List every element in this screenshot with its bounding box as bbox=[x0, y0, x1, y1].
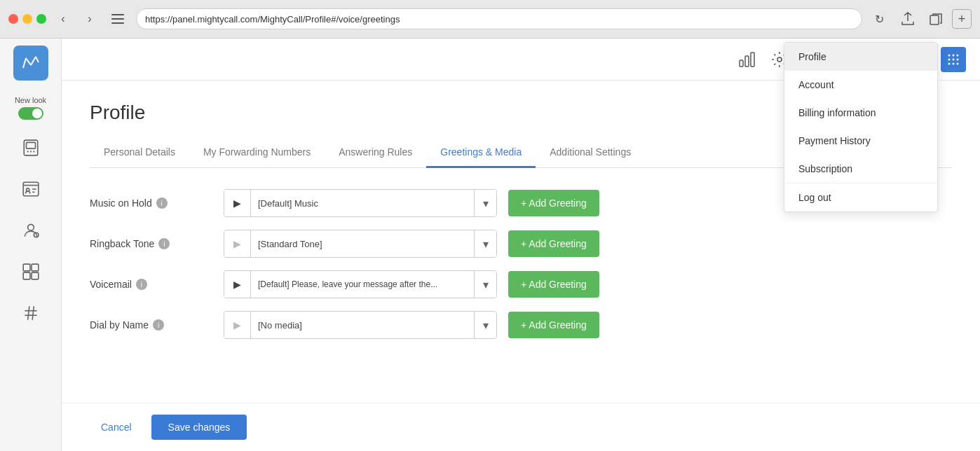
music-on-hold-label: Music on Hold i bbox=[90, 197, 212, 209]
svg-rect-0 bbox=[111, 14, 124, 15]
back-button[interactable]: ‹ bbox=[53, 9, 73, 29]
voicemail-dropdown-arrow[interactable]: ▾ bbox=[474, 271, 496, 298]
svg-line-27 bbox=[32, 306, 34, 320]
dialpad-icon[interactable] bbox=[941, 47, 966, 72]
dial-by-name-dropdown-arrow[interactable]: ▾ bbox=[474, 312, 496, 338]
reload-button[interactable]: ↻ bbox=[869, 9, 889, 29]
ringback-tone-dropdown-arrow[interactable]: ▾ bbox=[474, 230, 496, 257]
music-on-hold-value: [Default] Music bbox=[251, 190, 474, 216]
svg-rect-22 bbox=[23, 272, 30, 279]
sidebar-item-phone[interactable] bbox=[10, 128, 52, 167]
dropdown-item-account[interactable]: Account bbox=[784, 71, 937, 99]
user-dropdown-menu: Profile Account Billing information Paym… bbox=[784, 42, 938, 212]
greeting-row-voicemail: Voicemail i ▶ [Default] Please, leave yo… bbox=[90, 270, 952, 298]
voicemail-add-greeting-btn[interactable]: + Add Greeting bbox=[508, 271, 599, 298]
new-look-toggle-item: New look bbox=[9, 90, 52, 125]
share-button[interactable] bbox=[896, 9, 920, 29]
ringback-tone-player: ▶ [Standard Tone] ▾ bbox=[224, 230, 497, 258]
dial-by-name-label: Dial by Name i bbox=[90, 319, 212, 331]
music-on-hold-play-btn[interactable]: ▶ bbox=[224, 190, 251, 216]
new-tab-button[interactable]: + bbox=[952, 9, 972, 29]
dial-by-name-info[interactable]: i bbox=[153, 319, 164, 331]
voicemail-player: ▶ [Default] Please, leave your message a… bbox=[224, 270, 497, 298]
sidebar-item-support[interactable] bbox=[10, 211, 52, 249]
svg-line-5 bbox=[26, 58, 31, 65]
app-container: New look bbox=[0, 39, 980, 451]
duplicate-button[interactable] bbox=[924, 9, 948, 29]
svg-rect-9 bbox=[26, 142, 35, 148]
tab-answering[interactable]: Answering Rules bbox=[325, 138, 426, 168]
traffic-lights bbox=[8, 14, 46, 24]
dropdown-item-logout[interactable]: Log out bbox=[784, 183, 937, 211]
svg-rect-1 bbox=[111, 18, 124, 20]
ringback-tone-value: [Standard Tone] bbox=[251, 230, 474, 257]
new-look-label: New look bbox=[15, 96, 46, 104]
tab-additional[interactable]: Additional Settings bbox=[536, 138, 645, 168]
svg-rect-3 bbox=[930, 15, 939, 25]
dial-by-name-play-btn[interactable]: ▶ bbox=[224, 312, 251, 338]
greeting-row-dial-by-name: Dial by Name i ▶ [No media] ▾ + Add Gree… bbox=[90, 311, 952, 339]
svg-point-18 bbox=[27, 224, 34, 230]
music-on-hold-dropdown-arrow[interactable]: ▾ bbox=[474, 190, 496, 216]
svg-rect-2 bbox=[111, 22, 124, 24]
dropdown-item-payment[interactable]: Payment History bbox=[784, 127, 937, 155]
cancel-button[interactable]: Cancel bbox=[90, 416, 143, 438]
tab-forwarding[interactable]: My Forwarding Numbers bbox=[189, 138, 325, 168]
minimize-window-btn[interactable] bbox=[22, 14, 32, 24]
dial-by-name-value: [No media] bbox=[251, 312, 474, 338]
maximize-window-btn[interactable] bbox=[36, 14, 46, 24]
analytics-icon[interactable] bbox=[737, 49, 758, 70]
save-button[interactable]: Save changes bbox=[151, 415, 247, 440]
tab-personal[interactable]: Personal Details bbox=[90, 138, 189, 168]
sidebar-toggle-button[interactable] bbox=[107, 9, 129, 29]
svg-point-41 bbox=[948, 62, 951, 64]
svg-point-35 bbox=[948, 54, 951, 56]
music-on-hold-info[interactable]: i bbox=[156, 197, 168, 209]
svg-rect-13 bbox=[23, 182, 39, 196]
ringback-tone-add-greeting-btn[interactable]: + Add Greeting bbox=[508, 230, 599, 257]
footer-actions: Cancel Save changes bbox=[62, 403, 980, 451]
svg-line-26 bbox=[27, 306, 29, 320]
svg-line-4 bbox=[23, 58, 26, 68]
sidebar-item-hashtag[interactable] bbox=[10, 293, 52, 332]
svg-point-31 bbox=[777, 57, 782, 62]
svg-rect-29 bbox=[745, 56, 749, 67]
browser-actions: + bbox=[896, 9, 972, 29]
svg-point-43 bbox=[957, 62, 959, 64]
svg-rect-30 bbox=[751, 53, 754, 67]
app-logo bbox=[13, 46, 48, 81]
svg-point-37 bbox=[957, 54, 959, 56]
greeting-row-ringback-tone: Ringback Tone i ▶ [Standard Tone] ▾ + Ad… bbox=[90, 230, 952, 258]
svg-point-39 bbox=[953, 58, 955, 60]
voicemail-play-btn[interactable]: ▶ bbox=[224, 271, 251, 298]
url-bar[interactable]: https://panel.mightycall.com/MightyCall/… bbox=[136, 8, 862, 29]
dial-by-name-add-greeting-btn[interactable]: + Add Greeting bbox=[508, 312, 599, 338]
svg-rect-21 bbox=[32, 264, 39, 271]
voicemail-info[interactable]: i bbox=[136, 279, 147, 290]
svg-rect-28 bbox=[740, 60, 743, 67]
voicemail-label: Voicemail i bbox=[90, 279, 212, 290]
url-text: https://panel.mightycall.com/MightyCall/… bbox=[145, 14, 400, 25]
svg-rect-23 bbox=[32, 272, 39, 279]
dropdown-item-profile[interactable]: Profile bbox=[784, 43, 937, 71]
svg-point-42 bbox=[953, 62, 955, 64]
sidebar-item-contacts[interactable] bbox=[10, 169, 52, 208]
music-on-hold-add-greeting-btn[interactable]: + Add Greeting bbox=[508, 190, 599, 216]
svg-point-36 bbox=[953, 54, 955, 56]
tab-greetings[interactable]: Greetings & Media bbox=[426, 138, 536, 168]
ringback-tone-play-btn[interactable]: ▶ bbox=[224, 230, 251, 257]
dropdown-item-billing[interactable]: Billing information bbox=[784, 99, 937, 127]
svg-point-40 bbox=[957, 58, 959, 60]
sidebar-item-integrations[interactable] bbox=[10, 252, 52, 291]
music-on-hold-player: ▶ [Default] Music ▾ bbox=[224, 189, 497, 217]
browser-chrome: ‹ › https://panel.mightycall.com/MightyC… bbox=[0, 0, 980, 39]
sidebar: New look bbox=[0, 39, 62, 451]
ringback-tone-label: Ringback Tone i bbox=[90, 238, 212, 249]
dropdown-item-subscription[interactable]: Subscription bbox=[784, 155, 937, 183]
forward-button[interactable]: › bbox=[80, 9, 100, 29]
svg-point-38 bbox=[948, 58, 951, 60]
new-look-toggle[interactable] bbox=[18, 107, 43, 120]
voicemail-value: [Default] Please, leave your message aft… bbox=[251, 271, 474, 298]
ringback-tone-info[interactable]: i bbox=[158, 238, 170, 249]
close-window-btn[interactable] bbox=[8, 14, 18, 24]
